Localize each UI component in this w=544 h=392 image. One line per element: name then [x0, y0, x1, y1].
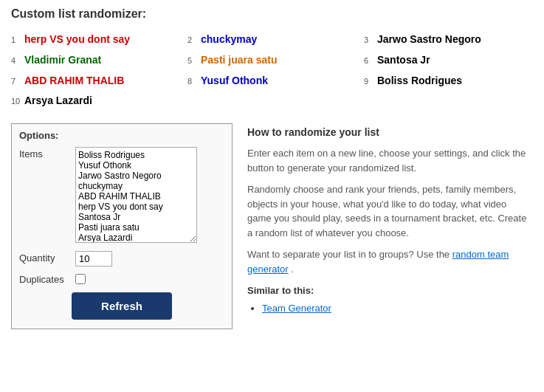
result-item: 2chuckymay [187, 31, 357, 49]
result-name: Boliss Rodrigues [377, 72, 462, 90]
duplicates-row: Duplicates [19, 272, 224, 285]
result-item: 8Yusuf Othonk [187, 72, 357, 90]
info-panel: How to randomize your list Enter each it… [247, 123, 533, 315]
result-number: 6 [364, 54, 374, 68]
result-number: 1 [11, 33, 21, 47]
duplicates-checkbox[interactable] [75, 274, 86, 284]
result-item: 3Jarwo Sastro Negoro [364, 31, 533, 49]
similar-list-item: Team Generator [262, 301, 533, 316]
info-description2: Randomly choose and rank your friends, p… [247, 182, 533, 240]
result-number: 8 [187, 75, 198, 89]
info-link-paragraph: Want to separate your list in to groups?… [247, 247, 533, 276]
main-section: Options: Items Quantity Duplicates Refre… [11, 123, 533, 329]
result-number: 9 [364, 75, 374, 89]
result-number: 10 [11, 94, 21, 109]
result-number: 7 [11, 75, 21, 89]
result-name: chuckymay [201, 31, 257, 49]
similar-list: Team Generator [247, 301, 533, 316]
result-name: Jarwo Sastro Negoro [377, 31, 481, 49]
options-title: Options: [19, 130, 224, 141]
result-item: 7ABD RAHIM THALIB [11, 72, 180, 90]
items-wrapper [75, 147, 224, 245]
items-row: Items [19, 147, 224, 245]
info-link-intro: Want to separate your list in to groups?… [247, 249, 452, 260]
result-item: 9Boliss Rodrigues [364, 72, 533, 90]
items-label: Items [19, 147, 69, 159]
result-name: Yusuf Othonk [201, 72, 268, 90]
result-item: 6Santosa Jr [364, 52, 533, 69]
items-textarea[interactable] [75, 147, 197, 243]
result-name: Arsya Lazardi [24, 92, 92, 110]
similar-title: Similar to this: [247, 283, 533, 298]
quantity-input[interactable] [75, 251, 112, 267]
similar-section: Similar to this: Team Generator [247, 283, 533, 315]
quantity-row: Quantity [19, 251, 224, 267]
result-item: 10Arsya Lazardi [11, 92, 180, 110]
result-number: 4 [11, 54, 21, 68]
results-grid: 1herp VS you dont say2chuckymay3Jarwo Sa… [11, 31, 533, 110]
quantity-label: Quantity [19, 251, 69, 264]
page-title: Custom list randomizer: [11, 7, 533, 21]
result-name: ABD RAHIM THALIB [24, 72, 124, 90]
result-item: 4Vladimir Granat [11, 52, 180, 69]
info-description1: Enter each item on a new line, choose yo… [247, 146, 533, 175]
options-panel: Options: Items Quantity Duplicates Refre… [11, 123, 233, 329]
refresh-button[interactable]: Refresh [72, 292, 172, 320]
result-name: Pasti juara satu [201, 52, 278, 69]
result-name: herp VS you dont say [24, 31, 130, 49]
info-title: How to randomize your list [247, 125, 533, 140]
duplicates-label: Duplicates [19, 272, 69, 285]
result-name: Vladimir Granat [24, 52, 101, 69]
result-name: Santosa Jr [377, 52, 430, 69]
info-link-outro: . [291, 264, 294, 275]
result-number: 3 [364, 33, 374, 47]
result-number: 2 [187, 33, 198, 47]
result-item: 1herp VS you dont say [11, 31, 180, 49]
result-number: 5 [187, 54, 198, 68]
similar-link[interactable]: Team Generator [262, 303, 331, 314]
result-item: 5Pasti juara satu [187, 52, 357, 69]
